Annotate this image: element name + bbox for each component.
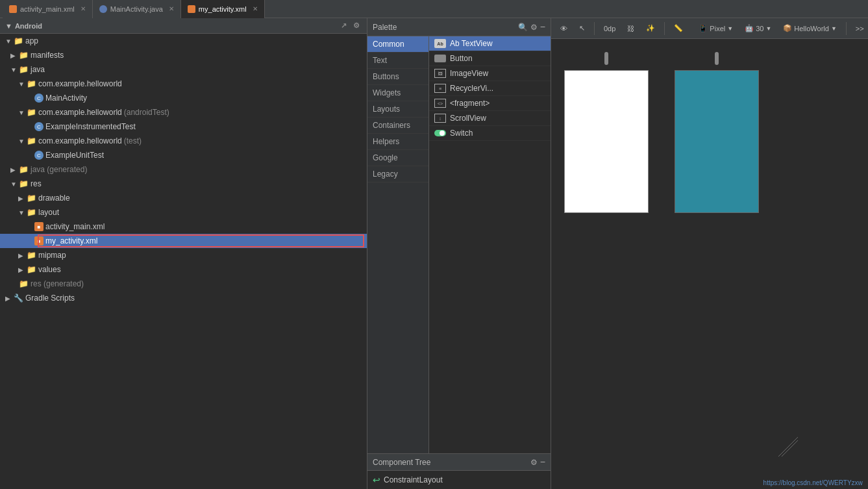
tab-close-my-activity[interactable]: ✕ (253, 5, 258, 12)
folder-icon-app: 📁 (14, 36, 23, 45)
design-extend-btn[interactable]: >> (852, 23, 868, 34)
tree-item-java-generated[interactable]: ▶ 📁 java (generated) (0, 162, 367, 177)
api-icon: 🤖 (745, 24, 754, 32)
imageview-icon: 🖼 (434, 69, 446, 78)
palette-widget-switch[interactable]: Switch (429, 126, 551, 141)
android-header-label: Android (15, 22, 42, 30)
design-app-btn[interactable]: 📦 HelloWorld ▼ (779, 23, 841, 34)
design-ruler-btn[interactable]: 📏 (670, 23, 687, 34)
design-magic-btn[interactable]: ✨ (642, 23, 659, 34)
switch-icon (434, 130, 446, 136)
palette-widget-imageview[interactable]: 🖼 ImageView (429, 66, 551, 81)
tree-label-manifests: manifests (31, 51, 64, 60)
tree-label-example-instrumented: ExampleInstrumentedTest (45, 122, 136, 131)
folder-icon-com-test: 📁 (27, 136, 36, 145)
tree-item-com-helloworld[interactable]: ▼ 📁 com.example.helloworld (0, 77, 367, 91)
palette-widget-button[interactable]: Button (429, 51, 551, 66)
palette-settings-icon[interactable]: ⚙ (530, 23, 538, 32)
tree-item-example-instrumented[interactable]: C ExampleInstrumentedTest (0, 119, 367, 134)
phone-preview-teal (675, 52, 759, 213)
palette-cat-layouts[interactable]: Layouts (367, 101, 428, 118)
palette-cat-buttons[interactable]: Buttons (367, 69, 428, 85)
tree-item-layout[interactable]: ▼ 📁 layout (0, 205, 367, 219)
design-dp-btn[interactable]: 0dp (600, 23, 619, 34)
design-pixel-btn[interactable]: 📱 Pixel ▼ (695, 23, 737, 34)
folder-icon-com-androidtest: 📁 (27, 108, 36, 117)
palette-cat-widgets[interactable]: Widgets (367, 85, 428, 101)
tab-label-mainactivity: MainActivity.java (110, 5, 163, 13)
button-icon (434, 55, 446, 62)
tree-item-res-generated[interactable]: 📁 res (generated) (0, 277, 367, 291)
icon-mainactivity: C (34, 94, 43, 103)
tab-mainactivity[interactable]: MainActivity.java ✕ (93, 0, 181, 18)
folder-icon-values: 📁 (27, 265, 36, 274)
tab-icon-activity-main (9, 5, 17, 13)
tree-label-my-activity-xml: my_activity.xml (45, 236, 97, 245)
tree-item-my-activity-xml[interactable]: ■ my_activity.xml (0, 234, 367, 248)
tree-extra-test: (test) (124, 136, 142, 145)
design-chain-btn[interactable]: ⛓ (623, 23, 638, 34)
tree-item-manifests[interactable]: ▶ 📁 manifests (0, 48, 367, 62)
tab-my-activity[interactable]: my_activity.xml ✕ (181, 0, 265, 18)
arrow-gradle: ▶ (5, 295, 12, 302)
palette-search-icon[interactable]: 🔍 (518, 23, 528, 32)
folder-icon-java: 📁 (19, 65, 29, 74)
palette-cat-helpers[interactable]: Helpers (367, 134, 428, 150)
component-tree-settings-icon[interactable]: ⚙ (530, 458, 538, 467)
ruler-icon: 📏 (674, 24, 683, 32)
textview-icon: Ab (434, 39, 446, 48)
tab-icon-my-activity (188, 5, 195, 13)
tab-close-activity-main[interactable]: ✕ (81, 5, 86, 12)
project-panel: ▼ Android ↗ ⚙ ▼ 📁 app ▶ 📁 manifests ▼ 📁 (0, 18, 367, 489)
palette-widget-scrollview[interactable]: ↕ ScrollView (429, 111, 551, 126)
tab-close-mainactivity[interactable]: ✕ (169, 5, 174, 12)
tree-item-drawable[interactable]: ▶ 📁 drawable (0, 191, 367, 205)
component-tree-title: Component Tree (373, 458, 430, 467)
tree-item-com-test[interactable]: ▼ 📁 com.example.helloworld (test) (0, 134, 367, 148)
tab-label-activity-main: activity_main.xml (20, 5, 75, 13)
settings-icon[interactable]: ⚙ (351, 21, 362, 31)
palette-categories: Common Text Buttons Widgets Layouts Cont… (367, 36, 429, 453)
tree-item-com-androidtest[interactable]: ▼ 📁 com.example.helloworld (androidTest) (0, 105, 367, 119)
tree-label-mipmap: mipmap (38, 251, 66, 260)
tree-item-activity-main-xml[interactable]: ■ activity_main.xml (0, 219, 367, 234)
tab-activity-main[interactable]: activity_main.xml ✕ (3, 0, 93, 18)
tree-item-app[interactable]: ▼ 📁 app (0, 34, 367, 48)
palette-cat-google[interactable]: Google (367, 150, 428, 166)
android-header-icons: ↗ ⚙ (338, 21, 362, 31)
tree-label-com-androidtest: com.example.helloworld (38, 108, 122, 117)
pixel-dropdown-icon: ▼ (727, 25, 733, 32)
palette-cat-common[interactable]: Common (367, 36, 428, 53)
canvas-area[interactable]: 🖐 + − https://blog.csdn.net/QWERTYzxw 1:… (551, 39, 868, 489)
design-cursor-btn[interactable]: ↖ (575, 23, 589, 34)
icon-my-activity-xml: ■ (34, 236, 43, 245)
tree-item-res[interactable]: ▼ 📁 res (0, 177, 367, 191)
recyclerview-icon: ≡ (434, 84, 446, 93)
android-dropdown-icon: ▼ (5, 22, 12, 30)
palette-widget-textview[interactable]: Ab Ab TextView (429, 36, 551, 51)
phone-screen-white (564, 70, 649, 213)
tree-item-mipmap[interactable]: ▶ 📁 mipmap (0, 248, 367, 262)
tree-item-java[interactable]: ▼ 📁 java (0, 62, 367, 77)
sync-icon[interactable]: ↗ (338, 21, 349, 31)
tree-label-gradle: Gradle Scripts (25, 294, 75, 303)
tree-item-mainactivity[interactable]: C MainActivity (0, 91, 367, 105)
design-area: 👁 ↖ 0dp ⛓ ✨ (551, 18, 868, 489)
tree-item-values[interactable]: ▶ 📁 values (0, 262, 367, 277)
pixel-label: Pixel (710, 25, 725, 32)
palette-minus-icon[interactable]: − (540, 21, 545, 32)
tree-item-example-unit[interactable]: C ExampleUnitTest (0, 148, 367, 162)
palette-cat-text[interactable]: Text (367, 53, 428, 69)
palette-widget-recyclerview[interactable]: ≡ RecyclerVi... (429, 81, 551, 96)
constraint-layout-label: ConstraintLayout (384, 475, 443, 484)
design-eye-btn[interactable]: 👁 (556, 23, 571, 34)
tree-item-gradle[interactable]: ▶ 🔧 Gradle Scripts (0, 291, 367, 305)
arrow-manifests: ▶ (10, 52, 17, 59)
design-api-btn[interactable]: 🤖 30 ▼ (741, 23, 775, 34)
folder-icon-mipmap: 📁 (27, 251, 36, 260)
palette-cat-containers[interactable]: Containers (367, 118, 428, 134)
palette-widget-fragment[interactable]: <> <fragment> (429, 96, 551, 111)
component-tree-minus-icon[interactable]: − (540, 457, 545, 467)
palette-cat-legacy[interactable]: Legacy (367, 166, 428, 182)
svg-line-1 (782, 440, 798, 457)
